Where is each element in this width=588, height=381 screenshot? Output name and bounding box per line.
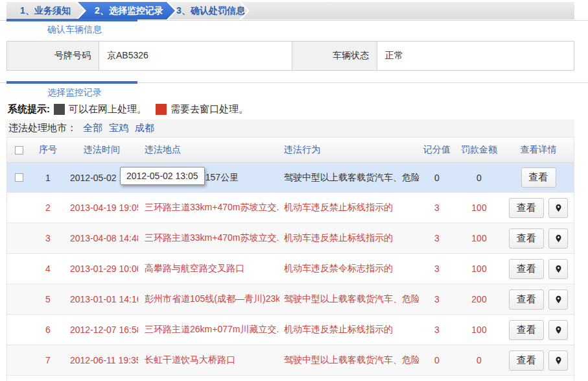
header-violation-location: 违法地点 (138, 144, 279, 156)
location-pin-button[interactable] (548, 350, 568, 371)
row-violation-location: 三环路主道33km+470m苏坡立交... (138, 202, 279, 214)
plate-number-label: 号牌号码 (7, 42, 99, 70)
row-violation-behavior: 机动车违反禁止标线指示的 (279, 232, 419, 244)
row-violation-time: 2012-06-11 19:35 (65, 355, 138, 365)
city-filter-option-3[interactable]: 成都 (135, 122, 154, 133)
view-button[interactable]: 查看 (509, 350, 544, 371)
legend-online: 可以在网上处理。 (54, 103, 147, 116)
location-pin-icon (554, 325, 563, 336)
tab-step-3-label: 3、确认处罚信息 (176, 5, 245, 17)
location-pin-icon (554, 294, 563, 305)
table-row[interactable]: 12012-05-02 12157公里驾驶中型以上载客载货汽车、危险...00查… (7, 163, 574, 193)
row-serial: 3 (30, 233, 65, 243)
view-button[interactable]: 查看 (509, 320, 544, 340)
row-violation-time: 2012-12-07 16:58 (65, 325, 138, 335)
header-fine-amount: 罚款金额 (455, 144, 503, 156)
header-points: 记分值 (419, 144, 455, 156)
row-checkbox-cell (7, 173, 30, 182)
tab-step-3-confirm-penalty[interactable]: 3、确认处罚信息 (169, 2, 248, 19)
table-row[interactable]: 22013-04-19 19:05三环路主道33km+470m苏坡立交...机动… (7, 193, 574, 223)
header-violation-time: 违法时间 (65, 144, 138, 156)
row-violation-behavior: 驾驶中型以上载客载货汽车、危险... (279, 172, 419, 184)
row-points: 3 (419, 325, 455, 335)
row-violation-location: 三环路主道26km+077m川藏立交... (138, 324, 279, 336)
legend-window-text: 需要去窗口处理。 (171, 103, 248, 116)
row-actions-cell: 查看 (503, 228, 574, 249)
table-row[interactable]: 32013-04-08 14:48三环路主道33km+470m苏坡立交...机动… (7, 223, 574, 254)
tab-step-1-label: 1、业务须知 (20, 5, 71, 17)
row-violation-behavior: 机动车违反禁止标线指示的 (279, 202, 419, 214)
location-pin-button[interactable] (548, 198, 568, 218)
row-violation-location: 彭州市省道105线(成都—青川)23k... (138, 293, 279, 305)
view-button[interactable]: 查看 (509, 289, 544, 310)
row-serial: 6 (30, 325, 65, 335)
view-button[interactable]: 查看 (509, 228, 544, 249)
vehicle-status-value: 正常 (377, 42, 574, 70)
window-color-swatch (156, 104, 167, 115)
row-fine-amount: 0 (455, 173, 503, 183)
step-tabs: 1、业务须知 2、选择监控记录 3、确认处罚信息 (6, 2, 574, 19)
row-fine-amount: 100 (455, 264, 503, 274)
row-violation-location: 三环路主道33km+470m苏坡立交... (138, 232, 279, 244)
online-color-swatch (54, 104, 65, 115)
row-checkbox[interactable] (15, 173, 23, 182)
row-violation-time: 2013-04-19 19:05 (65, 203, 138, 213)
time-tooltip: 2012-05-02 13:05 (120, 167, 205, 185)
system-tip: 系统提示: 可以在网上处理。 需要去窗口处理。 (8, 103, 257, 116)
vehicle-info-table: 号牌号码 京AB5326 车辆状态 正常 (6, 41, 574, 71)
location-pin-icon (554, 355, 563, 366)
row-serial: 7 (30, 355, 65, 365)
header-serial: 序号 (30, 144, 65, 156)
row-serial: 5 (30, 294, 65, 304)
table-row[interactable]: 查看 (7, 376, 574, 381)
row-points: 0 (419, 355, 455, 365)
row-fine-amount: 0 (455, 355, 503, 365)
row-fine-amount: 100 (455, 233, 503, 243)
row-violation-time: 2013-04-08 14:48 (65, 233, 138, 243)
table-row[interactable]: 42013-01-29 10:00高攀路与航空路交叉路口机动车违反禁令标志指示的… (7, 254, 574, 284)
row-points: 3 (419, 264, 455, 274)
view-button[interactable]: 查看 (509, 259, 544, 279)
violation-records-table: 序号违法时间违法地点违法行为记分值罚款金额查看详情12012-05-02 121… (6, 137, 574, 381)
vehicle-panel-title: 确认车辆信息 (47, 24, 102, 36)
legend-online-text: 可以在网上处理。 (69, 103, 147, 116)
row-actions-cell: 查看 (503, 289, 574, 310)
row-serial: 2 (30, 203, 65, 213)
active-step-underline (6, 19, 137, 21)
row-violation-behavior: 驾驶中型以上载客载货汽车、危险... (279, 354, 419, 366)
row-serial: 1 (30, 173, 65, 183)
row-violation-location: 长虹干道饮马大桥路口 (138, 354, 279, 366)
location-pin-icon (554, 203, 563, 214)
records-panel-title: 选择监控记录 (47, 87, 102, 99)
header-checkbox-cell (7, 146, 30, 154)
row-violation-time: 2013-01-01 14:16 (65, 294, 138, 304)
view-button[interactable]: 查看 (509, 198, 544, 218)
row-actions-cell: 查看 (503, 259, 574, 279)
location-pin-button[interactable] (548, 320, 568, 340)
location-pin-button[interactable] (548, 228, 568, 249)
location-pin-button[interactable] (548, 259, 568, 279)
row-violation-time: 2013-01-29 10:00 (65, 264, 138, 274)
system-tip-label: 系统提示: (8, 103, 50, 116)
location-pin-button[interactable] (548, 289, 568, 310)
select-all-checkbox[interactable] (15, 146, 23, 154)
table-row[interactable]: 62012-12-07 16:58三环路主道26km+077m川藏立交...机动… (7, 315, 574, 345)
city-filter-links: 全部宝鸡成都 (76, 122, 154, 134)
header-view-details: 查看详情 (503, 144, 574, 156)
city-filter-option-1[interactable]: 全部 (83, 122, 102, 133)
table-row[interactable]: 52013-01-01 14:16彭州市省道105线(成都—青川)23k...驾… (7, 284, 574, 315)
city-filter-option-2[interactable]: 宝鸡 (109, 122, 128, 133)
city-filter-bar: 违法处理地市： 全部宝鸡成都 (6, 119, 574, 137)
legend-window: 需要去窗口处理。 (156, 103, 248, 116)
row-points: 3 (419, 203, 455, 213)
tab-step-2-select-records[interactable]: 2、选择监控记录 (78, 2, 175, 19)
view-button[interactable]: 查看 (521, 167, 556, 188)
vehicle-status-label: 车辆状态 (292, 42, 377, 70)
row-violation-location: 高攀路与航空路交叉路口 (138, 263, 279, 275)
row-violation-behavior: 驾驶中型以上载客载货汽车、危险... (279, 293, 419, 305)
location-pin-icon (554, 233, 563, 244)
row-actions-cell: 查看 (503, 350, 574, 371)
records-panel-underline (6, 81, 137, 84)
tab-step-1-notice[interactable]: 1、业务须知 (6, 2, 84, 19)
table-row[interactable]: 72012-06-11 19:35长虹干道饮马大桥路口驾驶中型以上载客载货汽车、… (7, 345, 574, 376)
